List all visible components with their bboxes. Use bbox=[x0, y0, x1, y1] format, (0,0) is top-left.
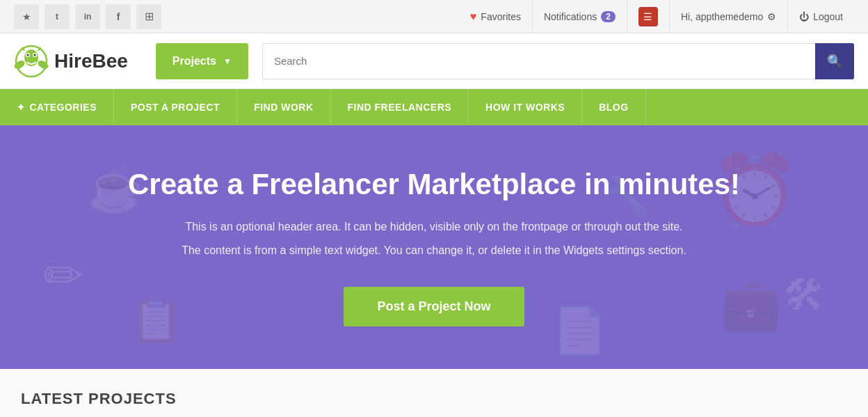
nav-post-project[interactable]: POST A PROJECT bbox=[114, 89, 237, 125]
rss-icon[interactable]: ★ bbox=[14, 4, 39, 29]
nav-find-freelancers-label: FIND FREELANCERS bbox=[348, 102, 452, 113]
twitter-icon[interactable]: t bbox=[45, 4, 70, 29]
notifications-badge: 2 bbox=[601, 11, 616, 22]
svg-point-4 bbox=[27, 54, 29, 56]
hero-text-2: The content is from a simple text widget… bbox=[182, 242, 686, 260]
nav-how-it-works-label: HOW IT WORKS bbox=[485, 102, 565, 113]
nav-find-freelancers[interactable]: FIND FREELANCERS bbox=[331, 89, 469, 125]
briefcase-bg-icon: 💼 bbox=[721, 276, 781, 333]
projects-button[interactable]: Projects ▼ bbox=[156, 43, 248, 79]
hero-headline: Create a Freelancer Marketplace in minut… bbox=[128, 168, 740, 201]
bottom-section: LATEST PROJECTS bbox=[0, 369, 868, 417]
svg-point-5 bbox=[34, 54, 36, 56]
search-container: 🔍 bbox=[262, 43, 854, 79]
favorites-link[interactable]: ♥ Favorites bbox=[459, 0, 532, 33]
latest-projects-title: LATEST PROJECTS bbox=[21, 390, 177, 408]
pencil-bg-icon: ✏ bbox=[43, 247, 84, 304]
hero-text-1: This is an optional header area. It can … bbox=[185, 218, 682, 236]
notifications-link[interactable]: Notifications 2 bbox=[532, 0, 627, 33]
logout-link[interactable]: ⏻ Logout bbox=[787, 0, 854, 33]
search-button[interactable]: 🔍 bbox=[815, 43, 854, 79]
top-bar-right: ♥ Favorites Notifications 2 ☰ Hi, appthe… bbox=[459, 0, 854, 33]
search-input[interactable] bbox=[262, 43, 815, 79]
nav-blog-label: BLOG bbox=[599, 102, 628, 113]
nav-find-work-label: FIND WORK bbox=[254, 102, 313, 113]
doc-bg-icon: 📄 bbox=[552, 304, 608, 357]
nav-post-project-label: POST A PROJECT bbox=[131, 102, 220, 113]
nav-categories-label: CATEGORIES bbox=[30, 102, 97, 113]
clipboard-bg-icon: 📋 bbox=[130, 295, 182, 345]
grid-icon[interactable]: ⊞ bbox=[136, 4, 161, 29]
nav-find-work[interactable]: FIND WORK bbox=[237, 89, 330, 125]
chevron-down-icon: ▼ bbox=[223, 56, 232, 66]
logout-label: Logout bbox=[813, 11, 843, 22]
heart-icon: ♥ bbox=[470, 10, 477, 23]
logo-text: HireBee bbox=[54, 50, 128, 72]
nav-categories[interactable]: ✦ CATEGORIES bbox=[0, 89, 114, 125]
logout-icon: ⏻ bbox=[799, 11, 809, 22]
user-name: Hi, appthemedemo bbox=[681, 11, 763, 22]
favorites-label: Favorites bbox=[481, 11, 521, 22]
logo-text-hire: Hire bbox=[54, 50, 92, 72]
header: HireBee Projects ▼ 🔍 bbox=[0, 33, 868, 89]
logo-icon bbox=[14, 44, 49, 79]
user-settings-icon: ⚙ bbox=[767, 11, 776, 22]
projects-label: Projects bbox=[172, 55, 216, 68]
cursor-bg-icon: 🛠 bbox=[783, 272, 825, 320]
admin-panel-link[interactable]: ☰ bbox=[627, 0, 669, 33]
main-nav: ✦ CATEGORIES POST A PROJECT FIND WORK FI… bbox=[0, 89, 868, 125]
logo-text-bee: Bee bbox=[92, 50, 127, 72]
admin-icon: ☰ bbox=[638, 7, 658, 26]
social-icons-group: ★ t in f ⊞ bbox=[14, 4, 161, 29]
search-icon: 🔍 bbox=[827, 54, 842, 69]
linkedin-icon[interactable]: in bbox=[75, 4, 100, 29]
nav-blog[interactable]: BLOG bbox=[582, 89, 645, 125]
top-bar: ★ t in f ⊞ ♥ Favorites Notifications 2 ☰… bbox=[0, 0, 868, 33]
notifications-label: Notifications bbox=[544, 11, 597, 22]
user-greeting[interactable]: Hi, appthemedemo ⚙ bbox=[669, 0, 787, 33]
logo[interactable]: HireBee bbox=[14, 44, 128, 79]
hero-section: ⏰ ✏ 📋 ☕ 💼 🔧 📄 🛠 Create a Freelancer Mark… bbox=[0, 125, 868, 369]
categories-icon: ✦ bbox=[17, 102, 26, 113]
facebook-icon[interactable]: f bbox=[106, 4, 131, 29]
nav-how-it-works[interactable]: HOW IT WORKS bbox=[469, 89, 582, 125]
hero-cta-label: Post a Project Now bbox=[377, 299, 490, 313]
hero-cta-button[interactable]: Post a Project Now bbox=[344, 287, 524, 326]
